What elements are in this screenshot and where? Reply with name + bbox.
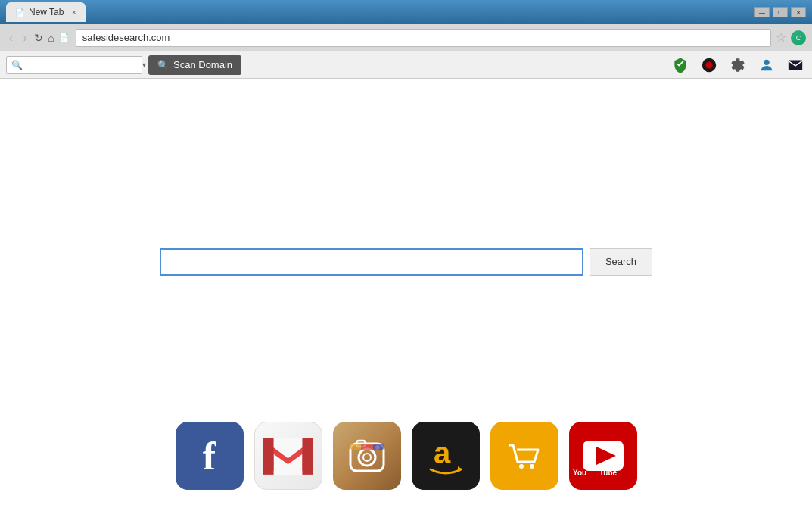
svg-rect-14 (373, 444, 384, 450)
cart-svg (502, 433, 547, 479)
svg-point-2 (764, 59, 769, 64)
scan-domain-search-icon: 🔍 (157, 60, 169, 70)
svg-point-8 (359, 449, 375, 466)
url-icon: 📄 (59, 33, 70, 42)
scan-domain-label: Scan Domain (173, 59, 232, 70)
svg-rect-5 (263, 438, 274, 475)
svg-rect-6 (302, 438, 313, 475)
user-svg (758, 57, 775, 73)
youtube-icon[interactable]: You Tube (569, 422, 637, 490)
maximize-button[interactable]: □ (773, 7, 788, 17)
minimize-button[interactable]: — (754, 7, 770, 17)
svg-rect-16 (502, 433, 547, 479)
svg-rect-12 (350, 444, 361, 450)
shield-svg (672, 57, 689, 73)
gmail-icon[interactable] (254, 422, 322, 490)
close-window-button[interactable]: × (791, 7, 806, 17)
svg-rect-13 (361, 444, 373, 450)
facebook-icon[interactable]: f (176, 422, 244, 490)
gmail-svg (263, 435, 313, 477)
instagram-icon[interactable] (333, 422, 401, 490)
back-button[interactable]: ‹ (6, 30, 16, 45)
toolbar-search-dropdown[interactable]: ▾ (142, 61, 146, 69)
shield-icon-button[interactable] (670, 55, 691, 76)
main-search-input[interactable] (160, 248, 583, 276)
browser-tab[interactable]: 📄 New Tab × (6, 2, 86, 22)
instagram-svg (344, 433, 390, 479)
svg-text:a: a (434, 436, 451, 469)
scan-domain-button[interactable]: 🔍 Scan Domain (148, 55, 241, 75)
chrome-icon: C (791, 30, 806, 45)
amazon-icon[interactable]: a (412, 422, 480, 490)
title-bar: 📄 New Tab × — □ × (0, 0, 812, 24)
tab-label: New Tab (29, 7, 64, 17)
window-controls: — □ × (754, 7, 806, 17)
facebook-letter: f (203, 434, 216, 479)
tab-close-button[interactable]: × (71, 8, 76, 17)
record-button[interactable] (698, 55, 720, 76)
svg-text:Tube: Tube (599, 469, 618, 477)
forward-button[interactable]: › (20, 30, 30, 45)
search-area: Search (160, 248, 652, 276)
svg-point-18 (530, 464, 534, 469)
address-bar: ‹ › ↻ ⌂ 📄 ☆ C (0, 24, 812, 51)
amazon-svg: a (423, 433, 468, 479)
toolbar-search-icon: 🔍 (11, 60, 23, 70)
toolbar-right (670, 55, 806, 76)
mail-button[interactable] (785, 55, 806, 76)
main-search-button[interactable]: Search (590, 248, 652, 276)
gear-svg (730, 57, 746, 73)
record-svg (701, 57, 717, 73)
youtube-svg: You Tube (569, 433, 637, 479)
main-content: Search f (0, 79, 812, 505)
refresh-button[interactable]: ↻ (34, 32, 43, 44)
toolbar: 🔍 ▾ 🔍 Scan Domain (0, 51, 812, 79)
svg-rect-3 (789, 60, 802, 70)
user-button[interactable] (756, 55, 777, 76)
svg-text:You: You (573, 469, 586, 477)
shopping-cart-icon[interactable] (490, 422, 558, 490)
settings-button[interactable] (727, 55, 748, 76)
home-button[interactable]: ⌂ (48, 32, 54, 44)
toolbar-search-box[interactable]: 🔍 ▾ (6, 56, 142, 74)
bookmark-button[interactable]: ☆ (776, 30, 786, 45)
url-input[interactable] (76, 29, 771, 47)
svg-point-1 (705, 61, 712, 68)
mail-svg (787, 57, 804, 73)
svg-point-17 (519, 464, 524, 469)
toolbar-search-input[interactable] (26, 60, 139, 70)
svg-point-9 (363, 454, 371, 461)
tab-icon: 📄 (15, 8, 24, 17)
app-icons-row: f (176, 422, 637, 490)
